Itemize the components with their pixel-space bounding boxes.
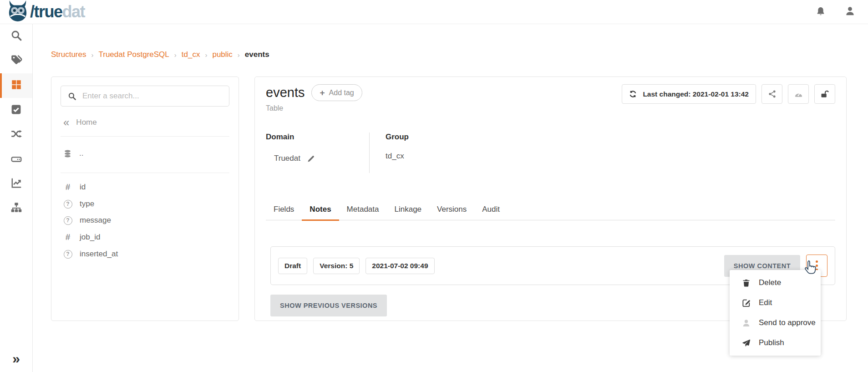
breadcrumb: Structures › Truedat PostgreSQL › td_cx … [51,50,269,59]
permissions-button[interactable] [814,84,835,104]
icon-sidebar: » [0,24,33,372]
divider [61,136,229,137]
sidebar-item-dashboards[interactable] [0,172,32,196]
add-tag-label: Add tag [329,89,354,97]
tab-notes[interactable]: Notes [302,200,339,221]
share-icon [768,90,777,98]
tab-fields[interactable]: Fields [266,200,302,221]
magnifier-icon [10,30,22,43]
edit-domain-button[interactable] [307,155,315,163]
field-name: inserted_at [80,250,118,259]
share-button[interactable] [761,84,782,104]
version-badge: Version: 5 [313,258,360,274]
field-row-type[interactable]: ? type [51,196,239,212]
breadcrumb-link-system[interactable]: Truedat PostgreSQL [98,50,169,59]
last-changed-label: Last changed: 2021-02-01 13:42 [643,90,749,98]
group-value: td_cx [386,152,404,161]
top-header: /truedat [0,0,868,24]
kebab-icon [816,260,818,263]
search-input[interactable] [82,92,222,101]
field-row-inserted-at[interactable]: ? inserted_at [51,246,239,262]
sidebar-item-systems[interactable] [0,147,32,172]
breadcrumb-current: events [245,50,269,59]
brand-logo[interactable]: /truedat [7,0,85,24]
shuffle-icon [10,128,22,142]
unknown-type-icon: ? [64,216,72,225]
database-icon [63,149,72,158]
menu-item-label: Publish [759,338,784,347]
add-tag-button[interactable]: + Add tag [311,84,362,101]
group-label: Group [386,132,409,142]
domain-label: Domain [266,132,369,142]
domain-value: Truedat [274,154,300,163]
unlock-icon [820,90,829,99]
menu-item-label: Edit [759,298,772,307]
field-name: type [80,199,94,209]
user-menu-button[interactable] [845,6,855,18]
sidebar-expand-button[interactable]: » [0,352,32,366]
sidebar-item-structures[interactable] [0,73,32,98]
field-name: message [80,216,111,225]
browser-home-link[interactable]: « Home [63,118,229,127]
check-square-icon [10,104,22,117]
status-badge: Draft [278,258,307,274]
browser-parent-link[interactable]: .. [63,149,229,158]
chevron-double-left-icon: « [63,118,69,127]
structure-browser-panel: « Home .. # id ? type [51,76,239,321]
last-changed-box: Last changed: 2021-02-01 13:42 [622,84,756,104]
header-controls: Last changed: 2021-02-01 13:42 [622,84,835,104]
breadcrumb-separator: › [205,51,207,59]
tab-audit[interactable]: Audit [474,200,508,221]
unknown-type-icon: ? [64,250,72,259]
refresh-icon[interactable] [629,90,637,98]
search-icon [68,92,76,101]
gauge-icon [794,89,803,99]
date-badge: 2021-07-02 09:49 [365,258,434,274]
tags-icon [10,54,22,68]
menu-item-edit[interactable]: Edit [730,293,821,313]
divider [61,173,229,173]
sidebar-item-search[interactable] [0,24,32,49]
notifications-button[interactable] [816,6,826,18]
menu-item-publish[interactable]: Publish [730,333,821,353]
breadcrumb-separator: › [238,51,240,59]
bell-icon [816,6,826,18]
sidebar-item-taxonomy[interactable] [0,196,32,221]
sidebar-item-tags[interactable] [0,49,32,73]
sidebar-item-lineage[interactable] [0,122,32,147]
plus-icon: + [320,88,325,98]
tab-versions[interactable]: Versions [429,200,474,221]
sitemap-icon [10,202,22,215]
show-previous-versions-button[interactable]: SHOW PREVIOUS VERSIONS [270,295,387,316]
field-list: # id ? type ? message # job_id ? inserte… [51,178,239,262]
menu-item-label: Delete [759,278,781,287]
meta-section: Domain Truedat Group td_cx [266,132,835,173]
detail-tabs: Fields Notes Metadata Linkage Versions A… [266,200,835,220]
menu-item-label: Send to approve [759,318,816,327]
brand-text-primary: /true [30,2,62,21]
brand-text-secondary: dat [62,2,85,21]
sidebar-item-rules[interactable] [0,98,32,122]
menu-item-send-to-approve[interactable]: Send to approve [730,313,821,333]
field-row-job-id[interactable]: # job_id [51,229,239,246]
breadcrumb-link-schema[interactable]: public [212,50,232,59]
tab-linkage[interactable]: Linkage [386,200,429,221]
breadcrumb-separator: › [91,51,93,59]
breadcrumb-link-structures[interactable]: Structures [51,50,86,59]
structure-search-box [61,86,229,107]
paper-plane-icon [741,339,751,347]
field-row-id[interactable]: # id [51,178,239,196]
approver-icon [741,319,751,327]
drive-icon [10,153,22,166]
app-root: /truedat [0,0,868,372]
detail-header: events + Add tag Table [266,84,835,112]
page-title: events [266,85,305,100]
unknown-type-icon: ? [64,200,72,209]
user-icon [845,6,855,18]
breadcrumb-link-database[interactable]: td_cx [182,50,200,59]
quality-dashboard-button[interactable] [788,84,809,104]
field-row-message[interactable]: ? message [51,212,239,229]
menu-item-delete[interactable]: Delete [730,273,821,293]
tab-metadata[interactable]: Metadata [339,200,387,221]
group-block: Group td_cx [370,132,409,173]
